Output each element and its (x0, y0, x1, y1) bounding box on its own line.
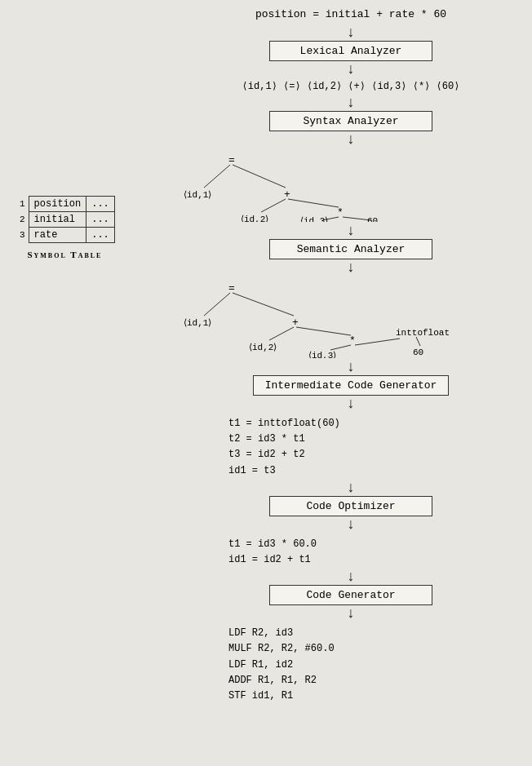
svg-line-7 (288, 199, 339, 207)
svg-text:⟨id,2⟩: ⟨id,2⟩ (249, 343, 277, 352)
svg-line-18 (269, 327, 294, 340)
lexical-box-row: Lexical Analyzer (180, 41, 522, 61)
svg-line-20 (296, 327, 351, 335)
generator-box-row: Code Generator (180, 585, 522, 605)
symbol-name: position (29, 197, 86, 212)
semantic-tree-svg: = ⟨id,1⟩ + ⟨id,2⟩ * ⟨id,3⟩ inttofloat (180, 277, 522, 358)
svg-text:⟨id,1⟩: ⟨id,1⟩ (184, 190, 211, 200)
syntax-tree-area: = ⟨id,1⟩ + ⟨id,2⟩ * ⟨id,3⟩ 60 (180, 148, 522, 222)
token-line: ⟨id,1⟩ ⟨=⟩ ⟨id,2⟩ ⟨+⟩ ⟨id,3⟩ ⟨*⟩ ⟨60⟩ (180, 80, 522, 92)
diagram-section: position = initial + rate * 60 ↓ Lexical… (180, 8, 522, 706)
semantic-box-row: Semantic Analyzer (180, 239, 522, 259)
syntax-box-row: Syntax Analyzer (180, 111, 522, 131)
row-number: 1 (15, 197, 29, 212)
optimizer-code-line: id1 = id2 + t1 (228, 552, 522, 568)
svg-line-24 (355, 339, 400, 345)
svg-text:⟨id,3⟩: ⟨id,3⟩ (308, 351, 336, 358)
intermediate-code-line: t1 = inttofloat(60) (228, 416, 522, 432)
svg-text:=: = (228, 282, 235, 294)
svg-line-16 (233, 293, 294, 316)
code-optimizer-box: Code Optimizer (269, 496, 432, 516)
generator-code-line: STF id1, R1 (228, 689, 522, 704)
arrow-12: ↓ (180, 606, 522, 621)
svg-text:⟨id,1⟩: ⟨id,1⟩ (184, 318, 211, 328)
arrow-6: ↓ (180, 260, 522, 275)
intermediate-code-generator-box: Intermediate Code Generator (253, 375, 449, 396)
intermediate-code-line: t3 = id2 + t2 (228, 447, 522, 463)
svg-line-26 (416, 337, 420, 346)
top-expression: position = initial + rate * 60 (180, 8, 522, 20)
optimizer-box-row: Code Optimizer (180, 496, 522, 516)
arrow-9: ↓ (180, 480, 522, 495)
symbol-table-label: Symbol Table (15, 250, 115, 259)
svg-text:⟨id,2⟩: ⟨id,2⟩ (241, 215, 268, 222)
semantic-tree-area: = ⟨id,1⟩ + ⟨id,2⟩ * ⟨id,3⟩ inttofloat (180, 277, 522, 358)
symbol-name: rate (29, 228, 86, 243)
syntax-tree-svg: = ⟨id,1⟩ + ⟨id,2⟩ * ⟨id,3⟩ 60 (180, 148, 522, 222)
arrow-10: ↓ (180, 517, 522, 532)
generator-code-line: MULF R2, R2, #60.0 (228, 641, 522, 657)
svg-line-3 (233, 165, 286, 188)
svg-line-5 (261, 199, 286, 212)
svg-text:+: + (284, 188, 290, 201)
arrow-4: ↓ (180, 132, 522, 147)
symbol-table-row: 1 position ... (15, 197, 114, 212)
symbol-dots: ... (86, 228, 115, 243)
generator-code-block: LDF R2, id3MULF R2, R2, #60.0LDF R1, id2… (180, 626, 522, 704)
svg-line-22 (330, 345, 351, 350)
svg-line-1 (204, 165, 230, 188)
row-number: 3 (15, 228, 29, 243)
generator-code-line: ADDF R1, R1, R2 (228, 673, 522, 689)
symbol-table-section: 1 position ... 2 initial ... 3 rate ... … (15, 196, 115, 259)
svg-text:inttofloat: inttofloat (396, 328, 450, 338)
intermediate-code-block: t1 = inttofloat(60)t2 = id3 * t1t3 = id2… (180, 416, 522, 479)
svg-text:=: = (228, 154, 235, 166)
symbol-name: initial (29, 212, 86, 228)
arrow-8: ↓ (180, 396, 522, 411)
symbol-table-row: 2 initial ... (15, 212, 114, 228)
code-generator-box: Code Generator (269, 585, 432, 605)
optimizer-code-block: t1 = id3 * 60.0id1 = id2 + t1 (180, 537, 522, 568)
symbol-dots: ... (86, 197, 115, 212)
arrow-11: ↓ (180, 569, 522, 584)
svg-text:⟨id,3⟩: ⟨id,3⟩ (300, 216, 328, 222)
page-container: 1 position ... 2 initial ... 3 rate ... … (0, 0, 532, 766)
symbol-dots: ... (86, 212, 115, 228)
optimizer-code-line: t1 = id3 * 60.0 (228, 537, 522, 552)
generator-code-line: LDF R2, id3 (228, 626, 522, 641)
arrow-2: ↓ (180, 62, 522, 77)
intermediate-box-row: Intermediate Code Generator (180, 375, 522, 396)
svg-text:60: 60 (367, 216, 378, 222)
arrow-3: ↓ (180, 95, 522, 110)
syntax-analyzer-box: Syntax Analyzer (269, 111, 432, 131)
arrow-1: ↓ (180, 25, 522, 40)
arrow-5: ↓ (180, 224, 522, 238)
semantic-analyzer-box: Semantic Analyzer (269, 239, 432, 259)
symbol-table-row: 3 rate ... (15, 228, 114, 243)
symbol-table: 1 position ... 2 initial ... 3 rate ... (15, 196, 115, 243)
generator-code-line: LDF R1, id2 (228, 658, 522, 673)
intermediate-code-line: t2 = id3 * t1 (228, 432, 522, 447)
row-number: 2 (15, 212, 29, 228)
svg-line-14 (204, 293, 230, 316)
lexical-analyzer-box: Lexical Analyzer (269, 41, 432, 61)
arrow-7: ↓ (180, 360, 522, 374)
svg-text:60: 60 (413, 348, 423, 357)
intermediate-code-line: id1 = t3 (228, 463, 522, 479)
svg-text:+: + (292, 317, 299, 329)
